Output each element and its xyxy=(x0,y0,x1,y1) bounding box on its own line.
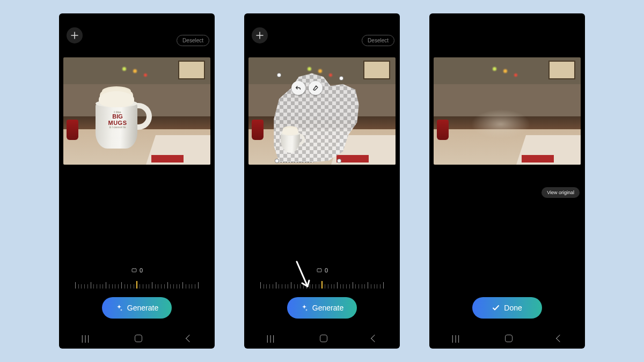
eraser-icon xyxy=(312,85,319,91)
rotate-icon xyxy=(316,267,323,274)
nav-recent-icon[interactable]: ||| xyxy=(267,334,276,343)
deselect-button[interactable]: Deselect xyxy=(362,35,394,46)
generate-button[interactable]: Generate xyxy=(102,297,172,319)
mug-text: I like BIG MUGS & I cannot lie xyxy=(104,110,131,129)
view-original-button[interactable]: View original xyxy=(541,187,580,198)
photo-canvas[interactable]: I like BIG MUGS & I cannot lie xyxy=(63,57,210,165)
check-icon xyxy=(492,304,500,312)
photo-area: Deselect xyxy=(244,47,400,181)
photo-area: View original xyxy=(429,47,585,181)
android-nav-bar: ||| xyxy=(59,328,215,349)
mug-object-resized[interactable] xyxy=(281,128,302,153)
add-button[interactable] xyxy=(252,27,268,43)
rotate-icon xyxy=(131,267,137,274)
add-button[interactable] xyxy=(67,27,83,43)
selection-handle[interactable] xyxy=(277,73,281,77)
svg-rect-0 xyxy=(132,269,136,272)
rotation-value: 0 xyxy=(59,267,215,274)
android-nav-bar: ||| xyxy=(429,328,585,349)
erase-tool-button[interactable] xyxy=(309,81,323,95)
photo-canvas[interactable] xyxy=(248,57,396,165)
deselect-button[interactable]: Deselect xyxy=(177,35,209,46)
plus-icon xyxy=(256,32,264,39)
phone-screen-1: Deselect I like BIG MUGS & I cannot lie xyxy=(59,13,215,349)
selection-handle[interactable] xyxy=(338,159,341,162)
nav-recent-icon[interactable]: ||| xyxy=(452,334,461,343)
rotation-slider[interactable] xyxy=(75,277,199,289)
sparkle-icon xyxy=(115,304,123,312)
photo-area: Deselect I like BIG MUGS & I cannot lie xyxy=(59,47,215,181)
nav-back-icon[interactable] xyxy=(556,335,564,342)
selection-handle[interactable] xyxy=(340,77,343,80)
svg-rect-1 xyxy=(317,269,321,272)
top-bar xyxy=(429,13,585,47)
nav-home-icon[interactable] xyxy=(135,335,142,342)
android-nav-bar: ||| xyxy=(244,328,400,349)
nav-recent-icon[interactable]: ||| xyxy=(82,334,91,343)
rotation-slider[interactable] xyxy=(260,277,384,289)
nav-home-icon[interactable] xyxy=(505,335,513,342)
photo-canvas[interactable] xyxy=(434,57,581,165)
done-button[interactable]: Done xyxy=(472,297,542,319)
mug-object[interactable]: I like BIG MUGS & I cannot lie xyxy=(96,92,147,149)
selection-handle[interactable] xyxy=(275,159,279,162)
phone-screen-3: View original Done ||| xyxy=(429,13,585,349)
plus-icon xyxy=(71,32,78,39)
phone-screen-2: Deselect xyxy=(244,13,400,349)
rotation-value: 0 xyxy=(244,267,400,274)
undo-tool-button[interactable] xyxy=(291,81,305,95)
sparkle-icon xyxy=(301,304,308,312)
nav-back-icon[interactable] xyxy=(371,335,378,342)
generate-button[interactable]: Generate xyxy=(287,297,357,319)
undo-icon xyxy=(295,85,302,91)
nav-back-icon[interactable] xyxy=(186,335,193,342)
nav-home-icon[interactable] xyxy=(320,335,327,342)
